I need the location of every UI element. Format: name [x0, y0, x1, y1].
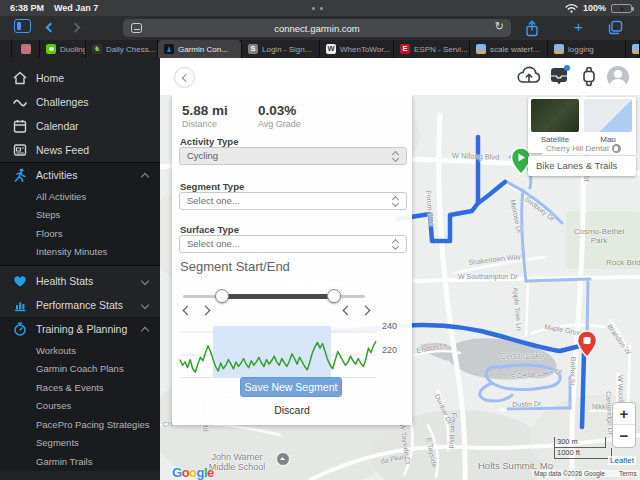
road-label: Bethel St — [569, 357, 577, 386]
stat-distance: 5.88 mi Distance — [182, 103, 228, 129]
garmin-favicon — [164, 44, 174, 54]
nudge-left-icon[interactable] — [183, 306, 193, 316]
zoom-out-button[interactable]: − — [613, 425, 635, 447]
chevron-up-icon — [141, 173, 149, 181]
sidebar-item-news-feed[interactable]: News Feed — [0, 138, 160, 162]
tab-strip: Duoling Daily Chess... Garmin Con... Log… — [0, 40, 640, 58]
refresh-icon[interactable]: ↻ — [495, 20, 504, 33]
activities-icon — [13, 168, 27, 182]
park-label: Cosmo-Bethel Park — [568, 227, 630, 245]
segment-type-select[interactable]: Select one... — [179, 192, 407, 210]
new-tab-icon[interactable]: + — [574, 18, 583, 35]
nudge-left-icon[interactable] — [343, 306, 353, 316]
tab-label: Login - Sign... — [262, 45, 311, 54]
sidebar-label: News Feed — [36, 144, 89, 156]
tab-scale[interactable]: scale waterf... — [470, 40, 548, 58]
photo-favicon — [554, 44, 564, 54]
sidebar-label: Activities — [36, 169, 77, 181]
upload-cloud-icon[interactable] — [516, 66, 542, 86]
back-icon[interactable] — [47, 24, 54, 31]
terms-link[interactable]: Terms — [619, 470, 637, 477]
sidebar-item-activities[interactable]: Activities — [0, 163, 160, 187]
battery-icon — [611, 4, 632, 13]
sidebar-item-calendar[interactable]: Calendar — [0, 114, 160, 138]
tab-stub[interactable] — [0, 40, 12, 58]
sidebar-item-intensity-minutes[interactable]: Intensity Minutes — [0, 243, 160, 262]
profile-avatar[interactable] — [607, 66, 629, 88]
avg-grade-value: 0.03% — [258, 103, 301, 118]
tab-overview-icon[interactable] — [608, 20, 623, 35]
tab-whentowork[interactable]: WhenToWor... — [320, 40, 394, 58]
activity-type-select[interactable]: Cycling — [179, 147, 407, 165]
sidebar-label: Garmin Trails — [36, 456, 92, 467]
sidebar-label: Segments — [36, 437, 79, 448]
tab-login[interactable]: Login - Sign... — [242, 40, 320, 58]
sidebar-item-training-planning[interactable]: Training & Planning — [0, 317, 160, 341]
stat-avg-grade: 0.03% Avg Grade — [258, 103, 301, 129]
tab-garmin-active[interactable]: Garmin Con... — [158, 40, 242, 58]
sidebar-item-all-activities[interactable]: All Activities — [0, 187, 160, 206]
sidebar-item-challenges[interactable]: Challenges — [0, 90, 160, 114]
sidebar-item-garmin-coach-plans[interactable]: Garmin Coach Plans — [0, 360, 160, 379]
discard-button[interactable]: Discard — [172, 404, 412, 416]
nudge-right-icon[interactable] — [361, 306, 371, 316]
sidebar-item-garmin-trails[interactable]: Garmin Trails — [0, 452, 160, 471]
tab-espn[interactable]: ESPN - Servi... — [394, 40, 470, 58]
zoom-in-button[interactable]: + — [613, 403, 635, 425]
leaflet-link[interactable]: Leaflet — [608, 456, 636, 465]
sidebar-item-pacepro[interactable]: PacePro Pacing Strategies — [0, 415, 160, 434]
map-attribution: Map data ©2026 Google Terms — [532, 470, 639, 477]
surface-type-select[interactable]: Select one... — [179, 235, 407, 253]
activity-type-value: Cycling — [187, 150, 218, 161]
sidebar-item-segments[interactable]: Segments — [0, 434, 160, 453]
app-sidebar: Home Challenges Calendar News Feed Activ… — [0, 58, 160, 480]
map-thumbnail[interactable] — [584, 99, 632, 132]
sidebar-item-floors[interactable]: Floors — [0, 224, 160, 243]
back-button[interactable] — [174, 67, 195, 88]
bike-lanes-overlay-toggle[interactable]: Bike Lanes & Trails — [528, 156, 636, 176]
sidebar-label: All Activities — [36, 191, 86, 202]
sidebar-item-workouts[interactable]: Workouts — [0, 341, 160, 360]
elevation-chart — [178, 326, 378, 378]
address-bar[interactable]: connect.garmin.com ↻ — [123, 19, 511, 37]
slider-end-handle[interactable] — [327, 289, 341, 303]
sidebar-item-races-events[interactable]: Races & Events — [0, 378, 160, 397]
sidebar-group-training: Training & Planning Workouts Garmin Coac… — [0, 317, 160, 471]
whentowork-favicon — [326, 44, 336, 54]
dental-map-label: Cherry Hill Dental — [542, 142, 636, 155]
satellite-thumbnail[interactable] — [531, 99, 579, 132]
tab-chess[interactable]: Daily Chess... — [86, 40, 158, 58]
sidebar-item-courses[interactable]: Courses — [0, 397, 160, 416]
share-icon[interactable] — [525, 20, 539, 37]
tab-partial[interactable] — [626, 40, 640, 58]
scale-metric: 300 m — [554, 437, 606, 448]
browser-sidebar-icon[interactable] — [14, 19, 31, 33]
road-label: Dustin Dr — [512, 400, 541, 408]
sidebar-item-performance-stats[interactable]: Performance Stats — [0, 293, 160, 317]
chevron-down-icon — [141, 301, 149, 309]
nudge-right-icon[interactable] — [201, 306, 211, 316]
distance-label: Distance — [182, 119, 228, 129]
sidebar-item-steps[interactable]: Steps — [0, 206, 160, 225]
status-dots — [312, 7, 323, 10]
sidebar-item-home[interactable]: Home — [0, 66, 160, 90]
segment-type-value: Select one... — [187, 195, 240, 206]
save-new-segment-button[interactable]: Save New Segment — [240, 377, 342, 397]
segment-range-slider[interactable] — [183, 295, 365, 298]
tooth-icon — [612, 144, 621, 153]
reader-icon[interactable] — [131, 23, 142, 33]
tab-logging[interactable]: logging — [548, 40, 626, 58]
segment-end-marker[interactable] — [576, 330, 598, 358]
select-carets-icon — [393, 152, 400, 161]
sidebar-label: Races & Events — [36, 382, 104, 393]
tab-duolingo[interactable]: Duoling — [40, 40, 86, 58]
calendar-icon — [13, 119, 27, 133]
tab-pinned[interactable] — [12, 40, 40, 58]
select-carets-icon — [393, 240, 400, 249]
forward-icon[interactable] — [72, 24, 79, 31]
device-watch-icon[interactable] — [580, 66, 598, 87]
sidebar-item-health-stats[interactable]: Health Stats — [0, 269, 160, 293]
slider-start-handle[interactable] — [215, 289, 229, 303]
screen: 6:38 PM Wed Jan 7 100% connect.garmin.co… — [0, 0, 640, 480]
photo-favicon — [632, 44, 640, 54]
